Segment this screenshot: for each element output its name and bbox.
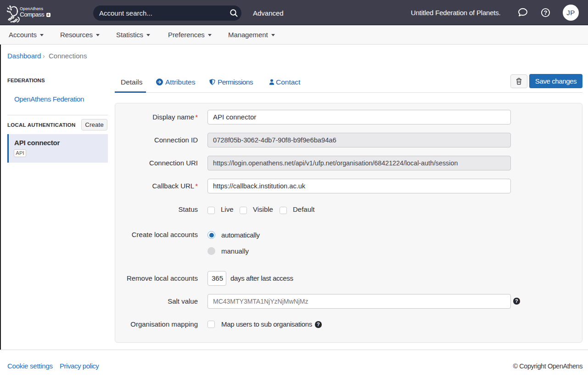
svg-text:?: ? xyxy=(544,9,548,16)
